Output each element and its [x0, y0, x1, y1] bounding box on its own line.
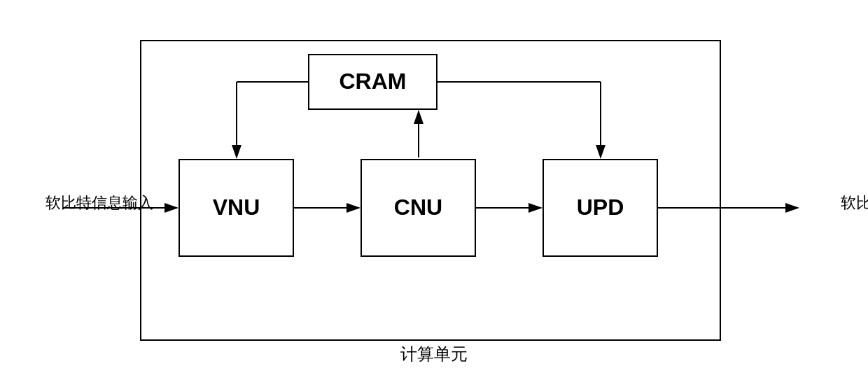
upd-label: UPD: [577, 195, 624, 220]
vnu-box: VNU: [178, 159, 294, 257]
output-label: 软比特信息输出: [841, 192, 868, 213]
cram-label: CRAM: [340, 69, 407, 94]
vnu-label: VNU: [213, 195, 260, 220]
cram-box: CRAM: [308, 54, 438, 110]
cnu-label: CNU: [394, 195, 442, 220]
cnu-box: CNU: [360, 159, 476, 257]
output-text: 软比特信息输出: [841, 194, 868, 211]
upd-box: UPD: [542, 159, 658, 257]
diagram-container: CRAM VNU CNU UPD: [49, 19, 819, 369]
